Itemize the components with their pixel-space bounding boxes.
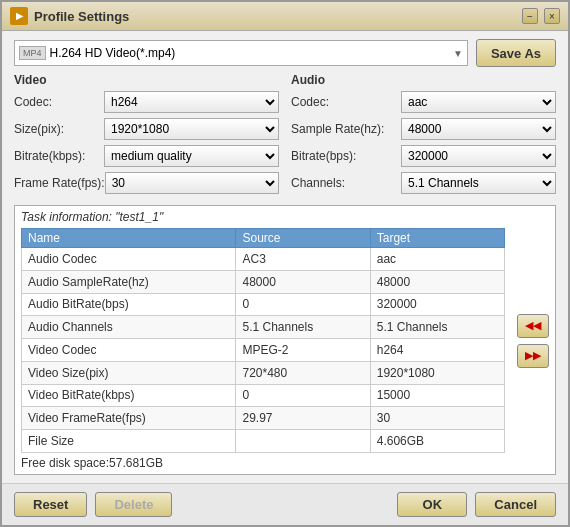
nav-buttons: ◀◀ ▶▶ — [513, 228, 549, 453]
video-size-select[interactable]: 1920*1080 — [104, 118, 279, 140]
video-section-title: Video — [14, 73, 279, 87]
bottom-left-buttons: Reset Delete — [14, 492, 172, 517]
bottom-right-buttons: OK Cancel — [397, 492, 556, 517]
table-cell-name: Audio Codec — [22, 248, 236, 271]
minimize-button[interactable]: − — [522, 8, 538, 24]
table-cell-source: 0 — [236, 293, 370, 316]
table-cell-name: Video FrameRate(fps) — [22, 407, 236, 430]
video-framerate-label: Frame Rate(fps): — [14, 176, 105, 190]
table-cell-target: 5.1 Channels — [370, 316, 504, 339]
info-panel: Task information: "test1_1" Name Source … — [14, 205, 556, 475]
table-cell-source: 5.1 Channels — [236, 316, 370, 339]
profile-row: MP4 H.264 HD Video(*.mp4) ▼ Save As — [14, 39, 556, 67]
disk-info: Free disk space:57.681GB — [21, 456, 549, 470]
table-cell-target: 15000 — [370, 384, 504, 407]
video-codec-label: Codec: — [14, 95, 104, 109]
audio-bitrate-row: Bitrate(bps): 320000 — [291, 145, 556, 167]
table-cell-target: 1920*1080 — [370, 361, 504, 384]
video-section: Video Codec: h264 Size(pix): 1920*1080 B… — [14, 73, 279, 199]
close-button[interactable]: × — [544, 8, 560, 24]
table-row: Video CodecMPEG-2h264 — [22, 339, 505, 362]
audio-bitrate-label: Bitrate(bps): — [291, 149, 401, 163]
task-info-label: Task information: "test1_1" — [21, 210, 549, 224]
audio-samplerate-row: Sample Rate(hz): 48000 — [291, 118, 556, 140]
info-table: Name Source Target Audio CodecAC3aacAudi… — [21, 228, 505, 453]
col-target-header: Target — [370, 229, 504, 248]
save-as-button[interactable]: Save As — [476, 39, 556, 67]
audio-codec-row: Codec: aac — [291, 91, 556, 113]
title-bar: ▶ Profile Settings − × — [2, 2, 568, 31]
table-cell-source: 29.97 — [236, 407, 370, 430]
audio-samplerate-label: Sample Rate(hz): — [291, 122, 401, 136]
cancel-button[interactable]: Cancel — [475, 492, 556, 517]
video-size-row: Size(pix): 1920*1080 — [14, 118, 279, 140]
audio-samplerate-select[interactable]: 48000 — [401, 118, 556, 140]
table-cell-target: 48000 — [370, 270, 504, 293]
audio-channels-select[interactable]: 5.1 Channels — [401, 172, 556, 194]
video-framerate-row: Frame Rate(fps): 30 — [14, 172, 279, 194]
table-row: Audio CodecAC3aac — [22, 248, 505, 271]
reset-button[interactable]: Reset — [14, 492, 87, 517]
window-title: Profile Settings — [34, 9, 516, 24]
table-cell-source: 48000 — [236, 270, 370, 293]
audio-section: Audio Codec: aac Sample Rate(hz): 48000 … — [291, 73, 556, 199]
profile-select-wrapper[interactable]: MP4 H.264 HD Video(*.mp4) ▼ — [14, 40, 468, 66]
table-cell-target: 320000 — [370, 293, 504, 316]
video-bitrate-select[interactable]: medium quality — [104, 145, 279, 167]
table-cell-name: File Size — [22, 430, 236, 453]
col-name-header: Name — [22, 229, 236, 248]
audio-codec-label: Codec: — [291, 95, 401, 109]
next-nav-button[interactable]: ▶▶ — [517, 344, 549, 368]
profile-value: H.264 HD Video(*.mp4) — [50, 46, 453, 60]
audio-codec-select[interactable]: aac — [401, 91, 556, 113]
table-cell-name: Video BitRate(kbps) — [22, 384, 236, 407]
audio-section-title: Audio — [291, 73, 556, 87]
table-cell-source: 720*480 — [236, 361, 370, 384]
video-bitrate-row: Bitrate(kbps): medium quality — [14, 145, 279, 167]
profile-icon: MP4 — [19, 46, 46, 60]
audio-bitrate-select[interactable]: 320000 — [401, 145, 556, 167]
profile-dropdown-arrow: ▼ — [453, 48, 463, 59]
settings-columns: Video Codec: h264 Size(pix): 1920*1080 B… — [14, 73, 556, 199]
table-cell-target: 4.606GB — [370, 430, 504, 453]
bottom-bar: Reset Delete OK Cancel — [2, 483, 568, 525]
table-cell-source: AC3 — [236, 248, 370, 271]
table-cell-target: 30 — [370, 407, 504, 430]
table-cell-name: Audio BitRate(bps) — [22, 293, 236, 316]
table-row: File Size4.606GB — [22, 430, 505, 453]
table-row: Video Size(pix)720*4801920*1080 — [22, 361, 505, 384]
audio-channels-row: Channels: 5.1 Channels — [291, 172, 556, 194]
profile-settings-window: ▶ Profile Settings − × MP4 H.264 HD Vide… — [0, 0, 570, 527]
table-row: Audio Channels5.1 Channels5.1 Channels — [22, 316, 505, 339]
table-cell-name: Video Codec — [22, 339, 236, 362]
table-cell-name: Audio Channels — [22, 316, 236, 339]
table-cell-name: Audio SampleRate(hz) — [22, 270, 236, 293]
col-source-header: Source — [236, 229, 370, 248]
audio-channels-label: Channels: — [291, 176, 401, 190]
table-row: Video BitRate(kbps)015000 — [22, 384, 505, 407]
video-codec-row: Codec: h264 — [14, 91, 279, 113]
table-row: Audio SampleRate(hz)4800048000 — [22, 270, 505, 293]
table-row: Video FrameRate(fps)29.9730 — [22, 407, 505, 430]
ok-button[interactable]: OK — [397, 492, 467, 517]
window-body: MP4 H.264 HD Video(*.mp4) ▼ Save As Vide… — [2, 31, 568, 483]
app-icon: ▶ — [10, 7, 28, 25]
prev-nav-button[interactable]: ◀◀ — [517, 314, 549, 338]
video-framerate-select[interactable]: 30 — [105, 172, 279, 194]
video-size-label: Size(pix): — [14, 122, 104, 136]
table-row: Audio BitRate(bps)0320000 — [22, 293, 505, 316]
delete-button[interactable]: Delete — [95, 492, 172, 517]
table-cell-source: MPEG-2 — [236, 339, 370, 362]
info-table-wrapper: Name Source Target Audio CodecAC3aacAudi… — [21, 228, 549, 453]
table-cell-target: aac — [370, 248, 504, 271]
table-cell-target: h264 — [370, 339, 504, 362]
table-cell-source — [236, 430, 370, 453]
table-cell-name: Video Size(pix) — [22, 361, 236, 384]
table-cell-source: 0 — [236, 384, 370, 407]
video-bitrate-label: Bitrate(kbps): — [14, 149, 104, 163]
video-codec-select[interactable]: h264 — [104, 91, 279, 113]
